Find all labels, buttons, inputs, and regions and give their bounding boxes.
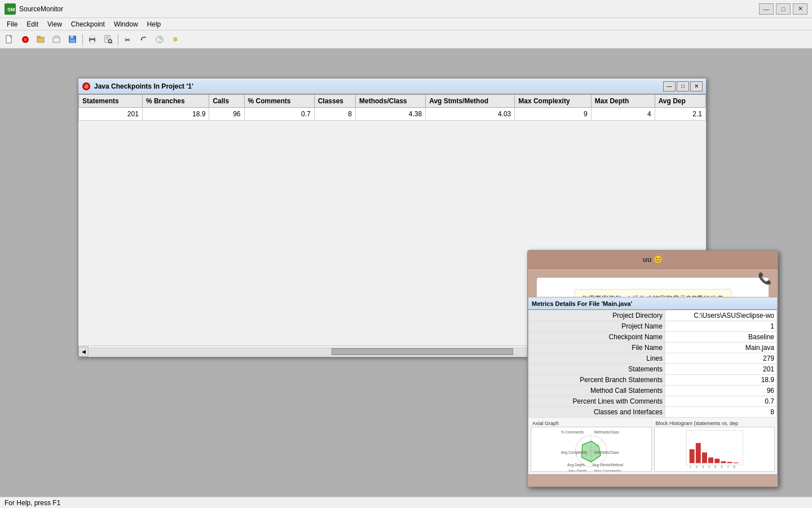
title-bar-controls: — □ ✕ (759, 3, 807, 15)
svg-text:SM: SM (7, 7, 15, 12)
scroll-thumb[interactable] (332, 348, 513, 355)
minimize-button[interactable]: — (759, 3, 774, 15)
window-close[interactable]: ✕ (690, 81, 703, 91)
histogram-label: Block Histogram (statements vs. dep (654, 420, 775, 427)
metrics-value-2: Baseline (665, 332, 777, 343)
toolbar-new[interactable] (2, 33, 17, 46)
col-branches[interactable]: % Branches (142, 95, 209, 108)
svg-point-29 (85, 84, 86, 86)
cell-methods-class: 4.38 (356, 108, 426, 121)
col-avg-dep[interactable]: Avg Dep (655, 95, 705, 108)
svg-text:4: 4 (708, 465, 710, 468)
menu-window[interactable]: Window (109, 19, 143, 29)
window-title-left: Java Checkpoints In Project '1' (82, 82, 193, 91)
metrics-param-9: Classes and Interfaces (529, 407, 665, 418)
cell-statements: 201 (79, 108, 143, 121)
menu-bar: File Edit View Checkpoint Window Help (0, 18, 812, 30)
window-maximize[interactable]: □ (677, 81, 689, 91)
metrics-param-5: Statements (529, 364, 665, 375)
metrics-row-4: Lines 279 (529, 353, 777, 364)
svg-text:?: ? (158, 37, 162, 43)
metrics-value-6: 18.9 (665, 375, 777, 386)
toolbar-red[interactable] (18, 33, 33, 46)
toolbar-help[interactable]: ? (152, 33, 167, 46)
col-classes[interactable]: Classes (314, 95, 355, 108)
col-statements[interactable]: Statements (79, 95, 143, 108)
col-max-complexity[interactable]: Max Complexity (515, 95, 591, 108)
qq-title-text: uu 😊 (643, 255, 663, 264)
svg-text:3: 3 (701, 465, 703, 468)
window-controls: — □ ✕ (663, 81, 703, 91)
col-avg-stmts[interactable]: Avg Stmts/Method (426, 95, 515, 108)
cell-comments: 0.7 (244, 108, 314, 121)
col-max-depth[interactable]: Max Depth (591, 95, 655, 108)
toolbar-preview[interactable] (101, 33, 116, 46)
menu-help[interactable]: Help (143, 19, 166, 29)
axial-graph-label: Axial Graph (531, 420, 652, 427)
svg-rect-11 (70, 36, 73, 38)
toolbar-undo[interactable] (136, 33, 151, 46)
svg-rect-7 (37, 36, 40, 38)
histogram-section: Block Histogram (statements vs. dep (654, 420, 775, 472)
qq-phone-icon: 📞 (758, 271, 772, 285)
toolbar-bell[interactable] (168, 33, 183, 46)
metrics-param-2: Checkpoint Name (529, 332, 665, 343)
axial-graph: % Comments Methods/Class Avg Complexity … (531, 427, 652, 472)
metrics-row-9: Classes and Interfaces 8 (529, 407, 777, 418)
status-bar: For Help, press F1 (0, 497, 812, 508)
menu-file[interactable]: File (2, 19, 22, 29)
table-row[interactable]: 201 18.9 96 0.7 8 4.38 4.03 9 4 2.1 (79, 108, 706, 121)
menu-view[interactable]: View (43, 19, 67, 29)
toolbar-open2[interactable] (50, 33, 64, 46)
svg-point-5 (24, 38, 27, 41)
col-comments[interactable]: % Comments (244, 95, 314, 108)
svg-rect-50 (708, 457, 713, 463)
metrics-param-1: Project Name (529, 321, 665, 332)
svg-rect-52 (721, 461, 726, 463)
svg-rect-48 (695, 443, 700, 463)
metrics-value-7: 96 (665, 386, 777, 396)
menu-checkpoint[interactable]: Checkpoint (67, 19, 109, 29)
window-title: Java Checkpoints In Project '1' (94, 82, 193, 90)
svg-rect-51 (714, 459, 720, 463)
metrics-row-1: Project Name 1 (529, 321, 777, 332)
svg-rect-54 (733, 462, 738, 463)
svg-text:Methods/Class: Methods/Class (594, 450, 620, 454)
window-minimize[interactable]: — (663, 81, 676, 91)
col-methods-class[interactable]: Methods/Class (356, 95, 426, 108)
svg-text:6: 6 (721, 465, 722, 468)
block-histogram: 1 2 3 4 5 6 7 8 (654, 427, 775, 472)
col-calls[interactable]: Calls (209, 95, 244, 108)
metrics-row-6: Percent Branch Statements 18.9 (529, 375, 777, 386)
metrics-param-6: Percent Branch Statements (529, 375, 665, 386)
svg-text:Avg Complexity: Avg Complexity (561, 450, 588, 455)
cell-classes: 8 (314, 108, 355, 121)
cell-avg-dep: 2.1 (655, 108, 705, 121)
toolbar-save[interactable] (65, 33, 80, 46)
maximize-button[interactable]: □ (776, 3, 791, 15)
close-button[interactable]: ✕ (793, 3, 807, 15)
window-title-bar: Java Checkpoints In Project '1' — □ ✕ (78, 78, 706, 94)
svg-rect-19 (106, 39, 108, 40)
metrics-value-8: 0.7 (665, 396, 777, 407)
svg-text:Max Complexity: Max Complexity (594, 469, 621, 471)
metrics-value-9: 8 (665, 407, 777, 418)
svg-rect-15 (90, 40, 94, 43)
svg-rect-9 (54, 39, 59, 41)
cell-branches: 18.9 (142, 108, 209, 121)
menu-edit[interactable]: Edit (22, 19, 43, 29)
metrics-param-7: Method Call Statements (529, 386, 665, 396)
toolbar-cut[interactable]: ✂ (121, 33, 135, 46)
toolbar-open[interactable] (34, 33, 48, 46)
metrics-value-4: 279 (665, 353, 777, 364)
status-text: For Help, press F1 (5, 499, 60, 507)
qq-window: uu 😊 📞 你需要安装Flash插件才能完整显示QQ秀的动态内容。 Metri… (527, 250, 778, 487)
metrics-value-1: 1 (665, 321, 777, 332)
scroll-left[interactable]: ◀ (78, 347, 89, 357)
svg-rect-49 (701, 453, 707, 463)
metrics-row-7: Method Call Statements 96 (529, 386, 777, 396)
toolbar-print[interactable] (85, 33, 100, 46)
metrics-param-0: Project Directory (529, 310, 665, 321)
svg-text:2: 2 (695, 465, 697, 468)
metrics-row-3: File Name Main.java (529, 343, 777, 353)
